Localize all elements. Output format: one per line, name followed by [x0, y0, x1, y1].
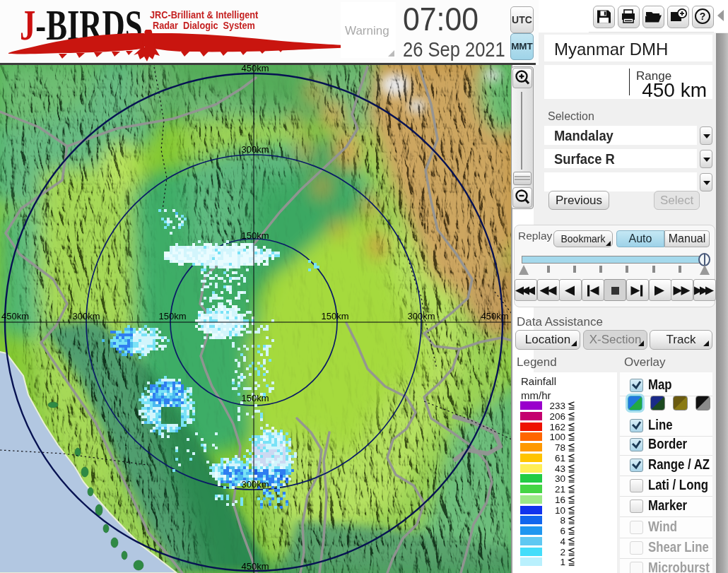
svg-text:450km: 450km [241, 65, 269, 73]
svg-text:300km: 300km [72, 311, 100, 321]
svg-text:150km: 150km [158, 311, 186, 321]
svg-text:150km: 150km [241, 230, 269, 241]
svg-text:450km: 450km [481, 311, 508, 321]
svg-text:300km: 300km [241, 479, 269, 490]
svg-text:300km: 300km [407, 311, 435, 321]
svg-text:150km: 150km [241, 393, 269, 403]
svg-text:450km: 450km [241, 561, 269, 572]
svg-text:300km: 300km [241, 144, 269, 155]
svg-text:450km: 450km [1, 311, 29, 321]
svg-text:?: ? [700, 11, 706, 22]
svg-text:150km: 150km [321, 311, 348, 321]
